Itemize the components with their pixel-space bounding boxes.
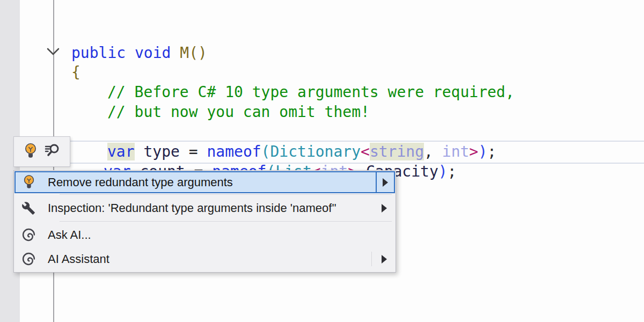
menu-item-ai-assistant[interactable]: AI Assistant [14,247,396,271]
quickfix-lens-toolbar [13,136,70,167]
code-token[interactable]: ; [487,143,496,160]
ai-spiral-icon [20,228,36,242]
code-token[interactable]: public void [71,44,180,62]
submenu-arrow-icon [383,178,388,187]
editor-window: public void M(){// Before C# 10 type arg… [0,0,644,322]
code-token[interactable]: ( [261,143,270,160]
code-token[interactable]: string [370,143,424,160]
menu-item-ask-ai[interactable]: Ask AI... [14,223,396,247]
code-line[interactable]: public void M() [71,44,207,62]
menu-separator [60,221,392,222]
quickfix-lightbulb-button[interactable] [24,143,37,161]
menu-separator [60,194,392,195]
code-token[interactable]: int [433,143,469,160]
current-line-top-border [55,141,644,142]
wrench-icon [20,201,36,215]
menu-item-label: Ask AI... [48,228,91,242]
code-line[interactable]: // but now you can omit them! [107,103,370,121]
ai-spiral-icon [20,252,36,266]
menu-item-remove-redundant-type-arguments[interactable]: Remove redundant type arguments [14,171,395,193]
quickfix-popup-menu: Remove redundant type arguments Inspecti… [13,170,396,273]
code-token[interactable]: type [135,143,189,160]
submenu-cell[interactable] [376,172,394,192]
code-line[interactable]: var type = nameof(Dictionary<string, int… [107,143,496,161]
lightbulb-icon [24,143,37,161]
code-token[interactable]: { [71,63,80,81]
code-token[interactable]: nameof [207,143,261,160]
code-token[interactable]: // Before C# 10 type arguments were requ… [107,83,515,101]
code-token[interactable]: ) [438,163,448,180]
code-token[interactable]: ) [478,143,487,160]
code-token[interactable]: < [361,143,370,160]
code-token[interactable]: > [469,143,478,160]
code-token[interactable]: = [189,143,207,160]
menu-item-inspection[interactable]: Inspection: 'Redundant type arguments in… [14,196,396,220]
fold-chevron-icon[interactable] [46,47,60,58]
code-token[interactable]: , [424,143,433,160]
inspect-code-button[interactable] [43,143,60,160]
code-line[interactable]: { [71,63,80,82]
code-token[interactable]: M() [180,44,207,62]
code-token[interactable]: ; [448,163,457,180]
code-token[interactable]: var [107,143,135,160]
code-token[interactable]: Dictionary [270,143,361,160]
submenu-arrow-icon [382,204,387,213]
lightbulb-icon [21,174,37,190]
inspect-code-icon [43,143,60,160]
menu-item-label: Remove redundant type arguments [48,175,233,189]
submenu-arrow-icon [382,255,387,264]
code-token[interactable]: // but now you can omit them! [107,103,370,121]
code-line[interactable]: // Before C# 10 type arguments were requ… [107,83,515,101]
menu-item-label: Inspection: 'Redundant type arguments in… [48,201,336,215]
menu-item-label: AI Assistant [48,252,109,266]
submenu-divider [371,252,372,266]
